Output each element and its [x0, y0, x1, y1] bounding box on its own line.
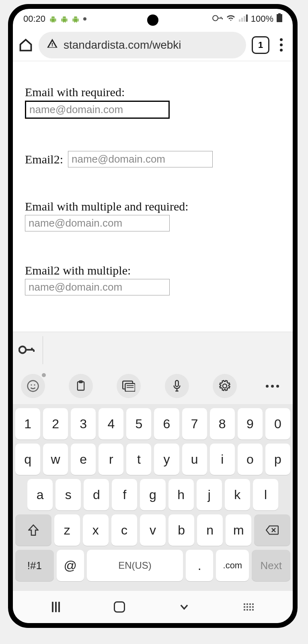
key-d[interactable]: d — [84, 479, 109, 510]
key-a[interactable]: a — [27, 479, 53, 510]
email-required-input[interactable] — [25, 101, 170, 119]
key-y[interactable]: y — [154, 444, 179, 475]
gear-icon[interactable] — [213, 374, 237, 398]
android-icon — [49, 15, 57, 23]
key-5[interactable]: 5 — [126, 408, 151, 440]
key-v[interactable]: v — [140, 514, 166, 546]
signal-icon — [239, 14, 248, 24]
key-m[interactable]: m — [226, 514, 251, 546]
key-9[interactable]: 9 — [238, 408, 263, 440]
nav-recent-icon[interactable] — [52, 602, 60, 612]
more-icon[interactable] — [261, 374, 285, 398]
menu-icon[interactable] — [275, 38, 287, 52]
svg-point-1 — [28, 381, 39, 392]
page-content[interactable]: Email with required: Email2: Email with … — [13, 61, 293, 332]
email2-label: Email2: — [25, 153, 63, 166]
key-r[interactable]: r — [99, 444, 123, 475]
clipboard-icon[interactable] — [69, 374, 93, 398]
password-key-icon[interactable] — [18, 342, 35, 358]
kbd-row-4: !#1 @ EN(US) . .com Next — [15, 550, 290, 581]
battery-text: 100% — [251, 14, 273, 24]
email-multiple-required-input[interactable] — [25, 215, 170, 231]
keyboard: 1234567890 qwertyuiop asdfghjkl zxcvbnm … — [13, 404, 293, 591]
email-multiple-required-label: Email with multiple and required: — [25, 200, 281, 213]
nav-home-icon[interactable] — [114, 601, 125, 613]
key-4[interactable]: 4 — [99, 408, 123, 440]
kbd-row-numbers: 1234567890 — [15, 408, 290, 440]
status-dot-icon — [83, 17, 86, 21]
key-g[interactable]: g — [140, 479, 165, 510]
key-7[interactable]: 7 — [182, 408, 207, 440]
email-required-label: Email with required: — [25, 85, 281, 99]
svg-point-2 — [31, 384, 32, 386]
key-l[interactable]: l — [253, 479, 278, 510]
key-k[interactable]: k — [225, 479, 250, 510]
emoji-icon[interactable] — [21, 374, 45, 398]
key-b[interactable]: b — [168, 514, 194, 546]
keyboard-settings-icon[interactable] — [117, 374, 141, 398]
vpn-key-icon — [212, 14, 223, 24]
space-key[interactable]: EN(US) — [87, 550, 183, 581]
suggestion-divider — [43, 336, 43, 364]
screen: 00:20 — [13, 9, 293, 623]
at-key[interactable]: @ — [57, 550, 84, 581]
nav-back-icon[interactable] — [179, 601, 190, 613]
dotcom-key[interactable]: .com — [216, 550, 249, 581]
tabs-count: 1 — [258, 40, 263, 50]
key-0[interactable]: 0 — [265, 408, 290, 440]
url-text: standardista.com/webki — [64, 39, 181, 52]
keyboard-toolbar — [13, 368, 293, 404]
key-i[interactable]: i — [210, 444, 235, 475]
warning-icon — [47, 38, 58, 52]
key-f[interactable]: f — [112, 479, 137, 510]
key-8[interactable]: 8 — [210, 408, 235, 440]
url-bar[interactable]: standardista.com/webki — [39, 32, 246, 58]
shift-key[interactable] — [15, 514, 51, 546]
browser-bar: standardista.com/webki 1 — [13, 29, 293, 61]
key-3[interactable]: 3 — [71, 408, 96, 440]
key-q[interactable]: q — [15, 444, 40, 475]
status-time: 00:20 — [23, 14, 45, 24]
email2-multiple-label: Email2 with multiple: — [25, 264, 281, 277]
key-z[interactable]: z — [54, 514, 80, 546]
mic-icon[interactable] — [165, 374, 189, 398]
nav-keyboard-icon[interactable] — [244, 603, 254, 611]
key-c[interactable]: c — [111, 514, 137, 546]
symbols-key[interactable]: !#1 — [15, 550, 54, 581]
device-frame: 00:20 — [8, 4, 298, 628]
key-u[interactable]: u — [182, 444, 207, 475]
suggestion-strip — [13, 332, 293, 368]
svg-point-3 — [34, 384, 35, 386]
android-icon — [61, 15, 68, 23]
key-1[interactable]: 1 — [15, 408, 40, 440]
battery-icon — [277, 13, 282, 25]
kbd-row-2: asdfghjkl — [15, 479, 290, 510]
key-6[interactable]: 6 — [154, 408, 179, 440]
svg-point-0 — [19, 347, 26, 353]
kbd-row-1: qwertyuiop — [15, 444, 290, 475]
email2-input[interactable] — [68, 151, 213, 167]
key-x[interactable]: x — [83, 514, 109, 546]
email2-multiple-input[interactable] — [25, 279, 170, 295]
tabs-button[interactable]: 1 — [252, 36, 269, 54]
key-o[interactable]: o — [238, 444, 263, 475]
key-h[interactable]: h — [168, 479, 194, 510]
nav-bar — [13, 591, 293, 623]
next-key[interactable]: Next — [252, 550, 290, 581]
key-t[interactable]: t — [126, 444, 151, 475]
kbd-row-3: zxcvbnm — [15, 514, 290, 546]
key-w[interactable]: w — [43, 444, 68, 475]
key-s[interactable]: s — [55, 479, 81, 510]
key-p[interactable]: p — [265, 444, 290, 475]
camera-notch — [147, 14, 158, 26]
home-icon[interactable] — [18, 38, 33, 52]
key-j[interactable]: j — [197, 479, 222, 510]
svg-rect-10 — [175, 380, 179, 386]
wifi-icon — [226, 14, 236, 24]
period-key[interactable]: . — [186, 550, 213, 581]
key-n[interactable]: n — [197, 514, 223, 546]
backspace-key[interactable] — [254, 514, 290, 546]
key-2[interactable]: 2 — [43, 408, 68, 440]
key-e[interactable]: e — [71, 444, 96, 475]
android-icon — [72, 15, 79, 23]
